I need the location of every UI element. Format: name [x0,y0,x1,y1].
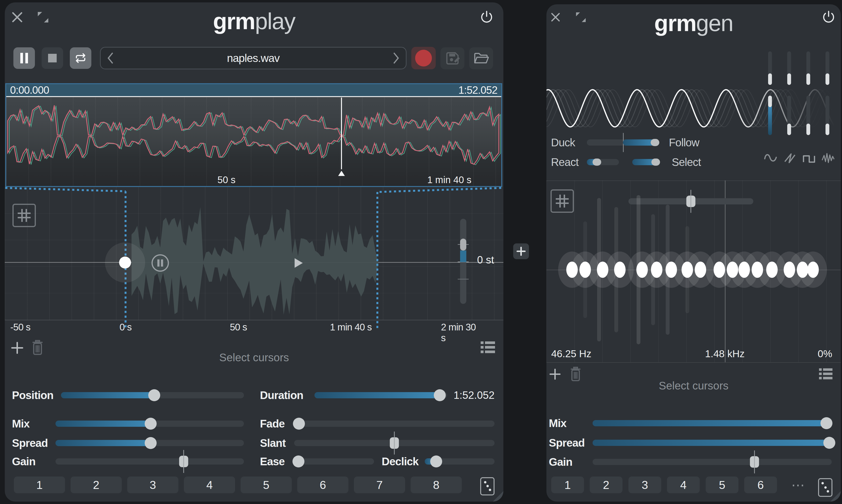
react-label: React [551,156,578,168]
fade-label: Fade [260,417,285,430]
slider-handle[interactable] [179,456,188,467]
dice-dot [824,486,827,489]
slider-handle[interactable] [148,389,160,401]
mod-slider-4b[interactable] [825,96,829,135]
slider-track[interactable] [55,458,244,465]
mod-slider-1a[interactable] [768,51,772,85]
slider-handle[interactable] [292,455,304,467]
preset-button-5[interactable]: 5 [240,476,292,493]
pause-button[interactable] [13,47,35,69]
record-button[interactable] [411,47,436,69]
preset-button-5[interactable]: 5 [706,476,738,493]
preset-button-4[interactable]: 4 [184,476,235,493]
slider-handle[interactable] [823,437,835,449]
pitch-slider[interactable] [458,219,470,304]
title-bold: grm [654,10,696,36]
duration-label: Duration [260,389,303,402]
preset-button-4[interactable]: 4 [667,476,700,493]
file-navigator[interactable]: naples.wav [100,47,407,69]
mix-slider[interactable] [593,417,830,429]
open-file-button[interactable] [469,47,493,69]
frequency-low-readout: 46.25 Hz [551,348,591,360]
loop-button[interactable] [70,47,91,69]
mod-slider-2a[interactable] [787,51,791,85]
mod-slider-3a[interactable] [806,51,810,85]
waveform-overview[interactable]: 0:00.000 1:52.052 50 s 1 min 40 s [5,83,502,187]
fade-slider[interactable] [293,418,495,429]
cursor-list-button[interactable] [819,368,833,380]
mod-slider-2b[interactable] [787,96,791,135]
preset-button-3[interactable]: 3 [127,476,178,493]
preset-button-2[interactable]: 2 [590,476,623,493]
spread-slider[interactable] [593,437,832,449]
duration-slider[interactable] [315,390,447,401]
slider-track[interactable] [294,458,374,465]
slider-handle[interactable] [293,418,305,430]
pitch-tick [458,279,469,280]
chevron-right-icon[interactable] [392,52,399,64]
gain-slider[interactable] [593,456,832,468]
slider-handle[interactable] [145,437,157,449]
mod-slider-3b[interactable] [806,96,810,135]
timeline-label: -50 s [10,322,30,332]
preset-button-2[interactable]: 2 [71,476,122,493]
slider-fill [315,392,440,398]
select-slider[interactable] [632,156,660,168]
resize-grip[interactable] [830,491,841,502]
mod-slider-1b[interactable] [768,96,772,135]
stop-button[interactable] [42,47,63,69]
preset-button-7[interactable]: 7 [354,476,405,493]
pitch-handle[interactable] [460,239,466,251]
slider-track[interactable] [593,459,832,465]
preset-button-1[interactable]: 1 [551,476,584,493]
percent-readout: 0% [818,348,832,360]
preset-button-3[interactable]: 3 [628,476,661,493]
more-presets-button[interactable]: ⋯ [791,479,805,491]
slider-handle[interactable] [390,437,399,449]
slider-handle[interactable] [434,389,446,401]
power-icon[interactable] [480,10,493,23]
sine-wave-icon[interactable] [763,151,778,165]
resize-grip[interactable] [493,491,503,502]
slider-handle[interactable] [821,417,832,429]
ease-slider[interactable] [294,456,374,467]
react-slider[interactable] [587,156,619,168]
duck-slider[interactable] [587,137,659,148]
mix-slider[interactable] [55,418,244,429]
cursor-handle[interactable] [119,256,131,269]
slider-handle[interactable] [430,455,442,467]
position-slider[interactable] [61,390,244,401]
noise-wave-icon[interactable] [820,151,836,165]
declick-slider[interactable] [425,456,495,467]
chevron-left-icon[interactable] [107,52,114,64]
slant-slider[interactable] [294,437,495,449]
dice-dot [489,489,491,491]
slider-handle[interactable] [651,139,659,146]
overview-playhead[interactable] [341,97,342,169]
spread-slider[interactable] [55,437,244,449]
randomize-button[interactable] [480,477,495,496]
preset-button-6[interactable]: 6 [744,476,777,493]
preset-button-1[interactable]: 1 [14,476,65,493]
gain-slider[interactable] [55,456,244,467]
overview-selection-band[interactable]: 0:00.000 1:52.052 [6,84,501,96]
ramp-wave-icon[interactable] [782,151,797,165]
slider-track[interactable] [293,420,495,427]
preset-button-8[interactable]: 8 [411,476,462,493]
play-cursor-icon[interactable] [294,258,303,268]
pause-cursor-icon[interactable] [151,254,169,272]
slider-handle[interactable] [145,418,157,430]
power-icon[interactable] [822,10,835,23]
slider-handle[interactable] [750,456,759,468]
mod-slider-4a[interactable] [825,51,829,85]
preset-button-6[interactable]: 6 [297,476,348,493]
playhead-marker-icon[interactable] [338,171,345,176]
add-plugin-button[interactable] [513,244,529,259]
add-cursor-button[interactable] [549,368,561,380]
slider-handle[interactable] [651,159,660,166]
slider-handle[interactable] [593,159,601,166]
save-edit-button[interactable] [441,47,464,69]
snap-grid-button[interactable] [13,204,36,227]
square-wave-icon[interactable] [801,151,817,165]
timeline-label: 0 s [120,322,131,332]
